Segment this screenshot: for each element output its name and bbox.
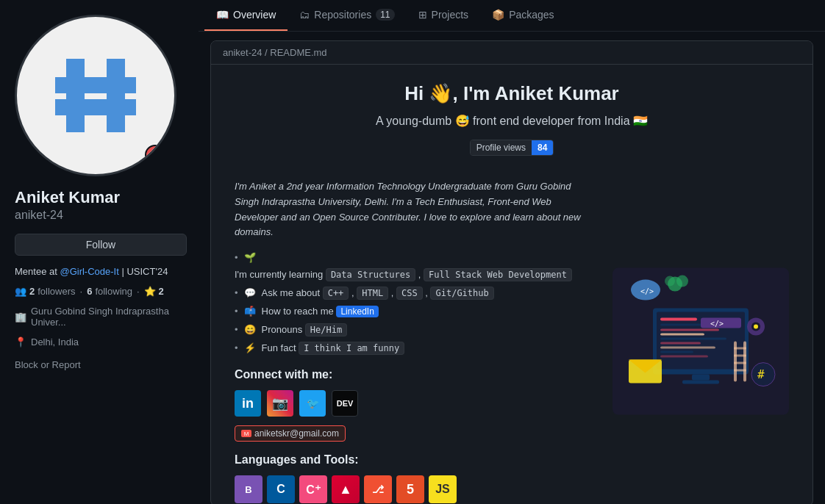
readme-left: I'm Aniket a 2nd year Information Techno… xyxy=(235,179,595,503)
readme-breadcrumb: aniket-24 / README.md xyxy=(223,47,327,58)
svg-rect-3 xyxy=(55,77,136,93)
svg-text:</>: </> xyxy=(640,287,654,295)
following-count[interactable]: 6 xyxy=(87,286,92,297)
list-item-pronouns: 😄 Pronouns He/Him xyxy=(235,324,595,335)
stats-row: 👥 2 followers · 6 following · ⭐ 2 xyxy=(15,286,187,297)
svg-rect-17 xyxy=(660,351,693,353)
location-icon: 📍 xyxy=(15,336,26,348)
repo-count-badge: 11 xyxy=(376,9,394,21)
js-icon: JS xyxy=(429,475,457,503)
chat-icon: 💬 xyxy=(244,287,256,298)
svg-rect-16 xyxy=(660,347,715,349)
svg-point-38 xyxy=(665,276,675,287)
sidebar: 🔴 Aniket Kumar aniket-24 Follow Mentee a… xyxy=(0,0,199,504)
tag-css: CSS xyxy=(396,287,423,300)
mentee-org[interactable]: @Girl-Code-It xyxy=(60,266,118,277)
connect-section: Connect with me: in 📷 🐦 DEV M aniketskr@… xyxy=(235,368,595,442)
tag-funfact: I think I am funny xyxy=(299,342,404,355)
mentee-info: Mentee at @Girl-Code-It | USICT'24 xyxy=(15,266,187,277)
list-item-learning: 🌱 I'm currently learning Data Structures… xyxy=(235,252,595,280)
tag-html: HTML xyxy=(357,287,388,300)
svg-rect-13 xyxy=(660,334,704,336)
list-item-reach: 📫 How to reach me LinkedIn xyxy=(235,306,595,317)
tools-section: Languages and Tools: B C C⁺ ▲ ⎇ 5 JS xyxy=(235,453,595,503)
tag-pronouns: He/Him xyxy=(305,323,347,336)
repo-icon: 🗂 xyxy=(299,9,310,21)
avatar: 🔴 xyxy=(15,15,176,176)
readme-list: 🌱 I'm currently learning Data Structures… xyxy=(235,252,595,353)
social-icons: in 📷 🐦 DEV xyxy=(235,390,595,417)
cpp-icon: C xyxy=(267,475,295,503)
profile-views-badge: Profile views 84 xyxy=(470,140,554,156)
cplusplus-icon: C⁺ xyxy=(299,475,327,503)
tag-linkedin[interactable]: LinkedIn xyxy=(336,306,378,317)
smile-icon: 😄 xyxy=(244,324,256,335)
book-icon: 📖 xyxy=(216,9,229,21)
twitter-icon[interactable]: 🐦 xyxy=(299,390,326,417)
tab-nav: 📖 Overview 🗂 Repositories 11 ⊞ Projects … xyxy=(199,0,825,32)
svg-rect-19 xyxy=(692,375,710,381)
tag-git: Git/Github xyxy=(430,287,493,300)
star-icon: ⭐ xyxy=(144,286,156,297)
svg-text:#: # xyxy=(757,367,765,381)
tab-packages[interactable]: 📦 Packages xyxy=(480,0,565,31)
profile-views-count: 84 xyxy=(532,140,553,155)
location-row: 📍 Delhi, India xyxy=(15,336,187,348)
readme-header: aniket-24 / README.md xyxy=(211,41,813,65)
location-text: Delhi, India xyxy=(31,336,79,348)
user-name: Aniket Kumar xyxy=(15,188,187,207)
followers-count[interactable]: 2 xyxy=(29,286,35,297)
svg-rect-1 xyxy=(66,59,85,132)
email-envelope-icon: M xyxy=(241,430,251,437)
svg-point-37 xyxy=(676,276,688,287)
readme-content: I'm Aniket a 2nd year Information Techno… xyxy=(235,179,789,503)
svg-rect-28 xyxy=(734,348,746,350)
profile-views-label: Profile views xyxy=(471,140,532,155)
tab-overview[interactable]: 📖 Overview xyxy=(204,0,288,31)
block-report-link[interactable]: Block or Report xyxy=(15,359,187,370)
seedling-icon: 🌱 xyxy=(244,252,256,263)
readme-bio: I'm Aniket a 2nd year Information Techno… xyxy=(235,179,595,240)
follow-button[interactable]: Follow xyxy=(15,234,187,256)
projects-icon: ⊞ xyxy=(418,9,427,21)
packages-icon: 📦 xyxy=(492,9,504,21)
svg-rect-0 xyxy=(40,40,151,151)
avatar-badge: 🔴 xyxy=(145,145,165,165)
stars-count: 2 xyxy=(159,286,164,297)
tools-icons: B C C⁺ ▲ ⎇ 5 JS xyxy=(235,475,595,503)
main-content: 📖 Overview 🗂 Repositories 11 ⊞ Projects … xyxy=(199,0,825,504)
linkedin-icon[interactable]: in xyxy=(235,390,261,417)
devto-icon[interactable]: DEV xyxy=(332,390,358,417)
svg-rect-4 xyxy=(55,99,136,115)
readme-body: Hi 👋, I'm Aniket Kumar A young-dumb 😅 fr… xyxy=(211,65,813,504)
user-handle: aniket-24 xyxy=(15,209,187,222)
list-item-funfact: ⚡ Fun fact I think I am funny xyxy=(235,342,595,353)
readme-title: Hi 👋, I'm Aniket Kumar xyxy=(235,82,789,105)
svg-rect-20 xyxy=(682,381,719,384)
html5-icon: 5 xyxy=(396,475,424,503)
tag-cpp: C++ xyxy=(323,287,349,300)
svg-point-23 xyxy=(754,325,758,329)
svg-rect-31 xyxy=(734,370,746,372)
tab-repositories[interactable]: 🗂 Repositories 11 xyxy=(288,0,406,31)
svg-rect-30 xyxy=(734,362,746,364)
email-tag[interactable]: M aniketskr@gmail.com xyxy=(235,425,346,442)
list-item-askme: 💬 Ask me about C++ , HTML , CSS , Git/Gi… xyxy=(235,287,595,298)
bootstrap-icon: B xyxy=(235,475,262,503)
tab-projects[interactable]: ⊞ Projects xyxy=(407,0,481,31)
org-name: Guru Gobind Singh Indraprastha Univer... xyxy=(31,306,187,328)
svg-rect-14 xyxy=(660,338,726,340)
git-icon: ⎇ xyxy=(364,475,392,503)
instagram-icon[interactable]: 📷 xyxy=(267,390,293,417)
svg-rect-2 xyxy=(107,59,125,132)
tag-data-structures: Data Structures xyxy=(326,268,415,281)
svg-text:</>: </> xyxy=(710,320,724,328)
org-icon: 🏢 xyxy=(15,312,26,323)
svg-rect-18 xyxy=(660,356,708,358)
zap-icon: ⚡ xyxy=(244,342,256,353)
tag-fullstack: Full Stack Web Development xyxy=(424,268,572,281)
svg-rect-29 xyxy=(734,355,746,357)
readme-illustration: </> xyxy=(612,179,789,503)
languages-title: Languages and Tools: xyxy=(235,453,595,467)
readme-subtitle: A young-dumb 😅 front end developer from … xyxy=(235,114,789,128)
